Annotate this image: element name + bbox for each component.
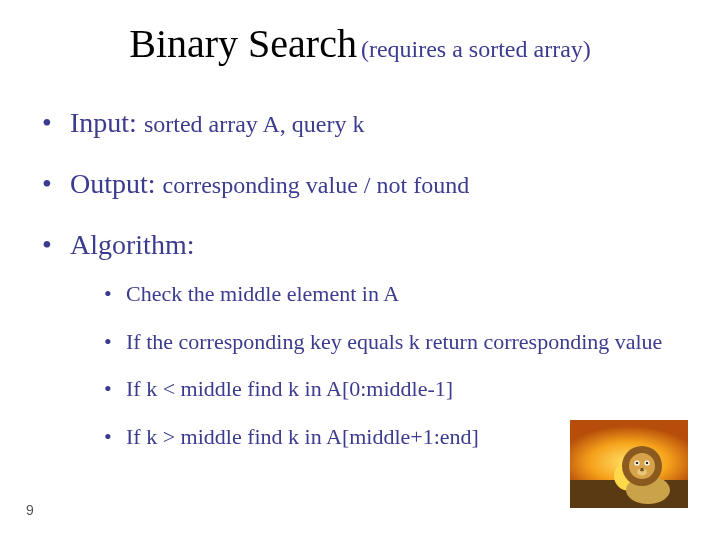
page-number: 9	[26, 502, 34, 518]
slide-title: Binary Search (requires a sorted array)	[0, 20, 720, 67]
list-item: If the corresponding key equals k return…	[104, 328, 690, 356]
list-item: Output: corresponding value / not found	[42, 166, 690, 201]
slide: Binary Search (requires a sorted array) …	[0, 0, 720, 540]
bullet-lead: Output:	[70, 168, 156, 199]
list-item: Check the middle element in A	[104, 280, 690, 308]
title-main: Binary Search	[129, 21, 357, 66]
bullet-rest: corresponding value / not found	[163, 172, 470, 198]
list-item: Input: sorted array A, query k	[42, 105, 690, 140]
svg-point-9	[636, 462, 639, 465]
svg-point-12	[640, 468, 643, 470]
list-item: If k < middle find k in A[0:middle-1]	[104, 375, 690, 403]
title-sub: (requires a sorted array)	[361, 36, 591, 62]
bullet-rest: sorted array A, query k	[144, 111, 365, 137]
bullet-lead: Algorithm:	[70, 229, 194, 260]
list-item: Algorithm: Check the middle element in A…	[42, 227, 690, 450]
lion-illustration-icon	[570, 420, 688, 508]
svg-point-10	[646, 462, 649, 465]
bullet-lead: Input:	[70, 107, 137, 138]
